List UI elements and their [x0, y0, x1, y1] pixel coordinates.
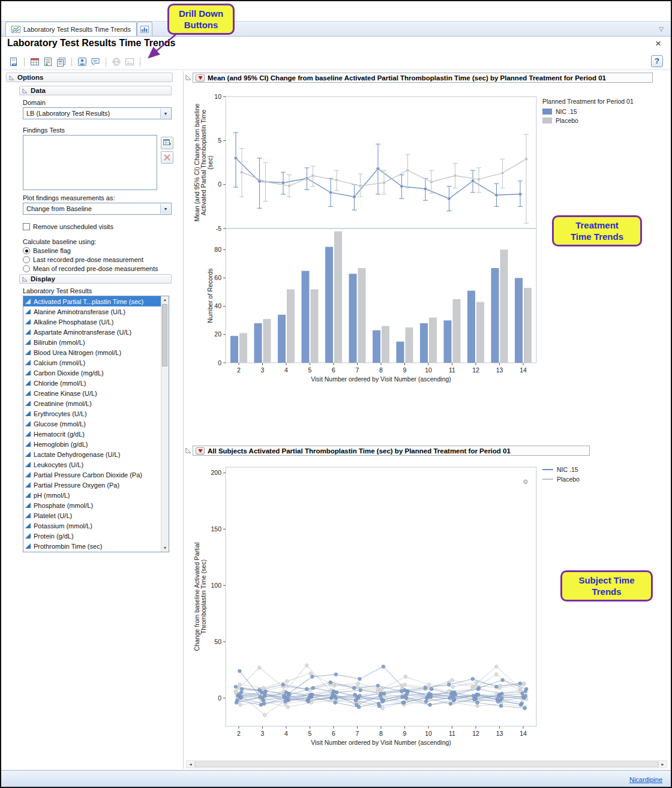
- layout-icon[interactable]: [56, 56, 67, 67]
- list-scrollbar[interactable]: ▲ ▼: [161, 296, 169, 552]
- svg-text:9: 9: [403, 730, 407, 737]
- toolbar-separator: [71, 58, 72, 67]
- lab-test-label: Creatinine (mmol/L): [34, 400, 92, 407]
- app-window: Laboratory Test Results Time Trends ▽ Dr…: [0, 0, 672, 788]
- lab-test-item[interactable]: Lactate Dehydrogenase (U/L): [23, 449, 161, 459]
- lab-test-item[interactable]: Hematocrit (g/dL): [23, 429, 161, 439]
- lab-test-label: Calcium (mmol/L): [34, 359, 85, 366]
- radio-button[interactable]: [23, 247, 30, 254]
- scroll-right-icon[interactable]: ►: [658, 761, 667, 768]
- journal-icon[interactable]: [43, 56, 53, 67]
- tab-menu-arrow-icon[interactable]: ▽: [659, 26, 664, 32]
- data-outline-label: Data: [31, 87, 46, 94]
- lab-test-label: pH (mmol/L): [34, 492, 70, 499]
- display-outline-header[interactable]: Display: [19, 274, 172, 284]
- scroll-up-icon[interactable]: ▲: [161, 296, 169, 303]
- svg-text:-5: -5: [216, 225, 221, 232]
- continuous-variable-icon: [25, 421, 31, 426]
- lab-test-item[interactable]: Hemoglobin (g/dL): [23, 439, 161, 449]
- data-outline-header[interactable]: Data: [19, 86, 172, 95]
- lab-test-item[interactable]: Protein (g/dL): [23, 531, 161, 541]
- lab-test-item[interactable]: Phosphate (mmol/L): [23, 500, 161, 510]
- close-icon[interactable]: ×: [655, 38, 661, 49]
- horizontal-scrollbar[interactable]: ◄ ►: [186, 760, 667, 768]
- lab-test-label: Activated Partial T...plastin Time (sec): [34, 298, 143, 305]
- radio-button[interactable]: [23, 265, 30, 272]
- lab-test-item[interactable]: Prothrombin Time (sec): [23, 541, 161, 551]
- toolbar-separator: [106, 58, 106, 67]
- baseline-radio-option[interactable]: Baseline flag: [23, 247, 158, 254]
- svg-text:14: 14: [520, 730, 527, 737]
- lab-test-item[interactable]: Partial Pressure Oxygen (Pa): [23, 480, 161, 490]
- scroll-left-icon[interactable]: ◄: [187, 761, 195, 768]
- help-button[interactable]: ?: [651, 55, 663, 67]
- domain-select[interactable]: LB (Laboratory Test Results) ▼: [23, 107, 172, 119]
- lab-test-item[interactable]: Chloride (mmol/L): [23, 378, 161, 388]
- remove-unscheduled-checkbox[interactable]: [23, 223, 30, 230]
- scroll-down-icon[interactable]: ▼: [161, 545, 169, 552]
- lab-test-label: Hemoglobin (g/dL): [34, 441, 88, 448]
- lab-test-item[interactable]: Creatinine (mmol/L): [23, 398, 161, 408]
- svg-text:0: 0: [218, 694, 221, 702]
- radio-button[interactable]: [23, 256, 30, 263]
- tab-lab-test-results[interactable]: Laboratory Test Results Time Trends: [5, 22, 137, 36]
- svg-text:11: 11: [449, 366, 455, 374]
- lab-test-item[interactable]: Alanine Aminotransferase (U/L): [23, 306, 161, 317]
- findings-tests-listbox[interactable]: [23, 135, 157, 190]
- lab-test-item[interactable]: Erythrocytes (U/L): [23, 408, 161, 419]
- lab-test-item[interactable]: Glucose (mmol/L): [23, 419, 161, 429]
- lab-test-label: Phosphate (mmol/L): [34, 502, 93, 509]
- lab-test-item[interactable]: pH (mmol/L): [23, 490, 161, 500]
- subjects-section-header: All Subjects Activated Partial Thrombopl…: [193, 446, 590, 456]
- options-outline-header[interactable]: Options: [6, 73, 173, 82]
- continuous-variable-icon: [25, 339, 31, 345]
- svg-text:9: 9: [403, 366, 407, 374]
- red-triangle-menu-icon[interactable]: [196, 447, 205, 455]
- remove-tests-button[interactable]: [161, 151, 173, 164]
- continuous-variable-icon: [25, 543, 31, 549]
- lab-tests-listbox: Activated Partial T...plastin Time (sec)…: [23, 296, 169, 552]
- baseline-radio-option[interactable]: Mean of recorded pre-dose measurements: [23, 265, 158, 272]
- lab-test-item[interactable]: Activated Partial T...plastin Time (sec): [23, 296, 161, 306]
- baseline-radio-option[interactable]: Last recorded pre-dose measurement: [23, 256, 158, 263]
- lab-test-item[interactable]: Alkaline Phosphatase (U/L): [23, 317, 161, 327]
- remove-unscheduled-option[interactable]: Remove unscheduled visits: [23, 223, 113, 230]
- lab-test-item[interactable]: Carbon Dioxide (mg/dL): [23, 368, 161, 378]
- svg-text:10: 10: [425, 730, 432, 737]
- scrollbar-thumb[interactable]: [195, 762, 658, 767]
- lab-test-item[interactable]: Calcium (mmol/L): [23, 357, 161, 368]
- domain-selected-value: LB (Laboratory Test Results): [26, 110, 110, 117]
- lab-test-item[interactable]: Partial Pressure Carbon Dioxide (Pa): [23, 470, 161, 480]
- panel-splitter[interactable]: [183, 71, 184, 769]
- disclosure-icon[interactable]: [185, 447, 191, 453]
- drill-down-profile-icon[interactable]: [77, 56, 88, 67]
- subject-time-trends-chart[interactable]: 050100150200234567891011121314Visit Numb…: [192, 460, 667, 754]
- svg-text:3: 3: [261, 730, 265, 737]
- open-report-icon[interactable]: [8, 56, 19, 67]
- baseline-radio-group: Baseline flagLast recorded pre-dose meas…: [23, 247, 158, 272]
- study-link[interactable]: Nicardipine: [629, 776, 662, 783]
- svg-text:150: 150: [211, 525, 221, 533]
- continuous-variable-icon: [25, 350, 31, 355]
- lab-test-item[interactable]: Potassium (mmol/L): [23, 521, 161, 531]
- lab-test-item[interactable]: Platelet (U/L): [23, 510, 161, 521]
- scrollbar-thumb[interactable]: [162, 304, 167, 366]
- lab-test-item[interactable]: Aspartate Aminotransferase (U/L): [23, 327, 161, 337]
- continuous-variable-icon: [25, 370, 31, 375]
- svg-text:3: 3: [261, 366, 265, 374]
- red-triangle-menu-icon[interactable]: [196, 74, 205, 82]
- svg-text:Visit Number ordered by Visit: Visit Number ordered by Visit Number (as…: [311, 375, 451, 383]
- lab-test-item[interactable]: Leukocytes (U/L): [23, 459, 161, 470]
- lab-test-item[interactable]: Bilirubin (mmol/L): [23, 337, 161, 347]
- data-table-icon[interactable]: [29, 56, 40, 67]
- svg-text:13: 13: [496, 730, 503, 737]
- lab-test-item[interactable]: Blood Urea Nitrogen (mmol/L): [23, 347, 161, 357]
- add-tests-button[interactable]: [161, 137, 173, 149]
- plot-as-select[interactable]: Change from Baseline ▼: [23, 203, 172, 215]
- lab-test-item[interactable]: Creatine Kinase (U/L): [23, 388, 161, 398]
- subject-callout-line1: Subject Time: [567, 575, 646, 586]
- continuous-variable-icon: [25, 462, 31, 467]
- disclosure-icon[interactable]: [185, 74, 191, 80]
- drill-down-notes-icon[interactable]: [90, 56, 101, 67]
- drill-down-arrow: [141, 32, 191, 63]
